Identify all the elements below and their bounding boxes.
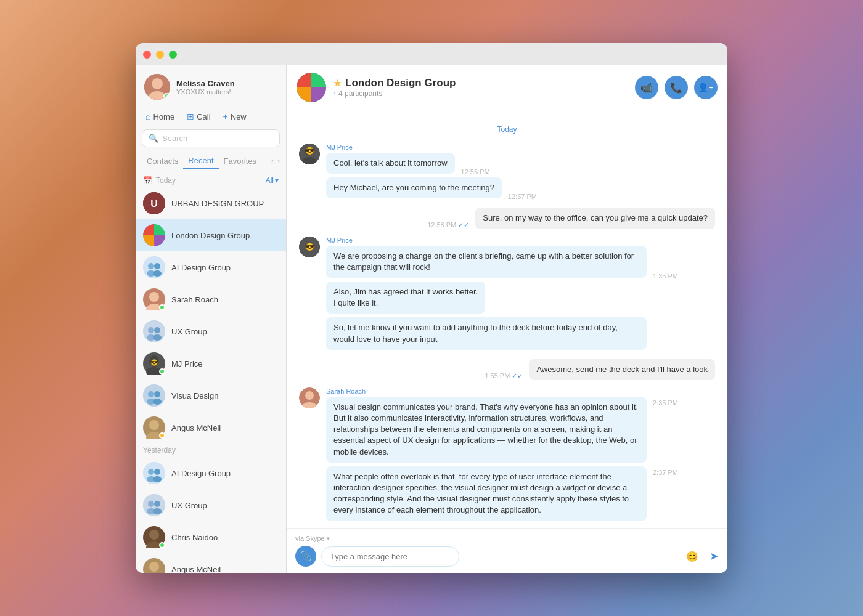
contact-item-ux[interactable]: UX Group <box>136 315 286 347</box>
nav-home[interactable]: ⌂ Home <box>141 108 179 124</box>
message-group-mj2: 😎 MJ Price We are proposing a change on … <box>299 237 715 352</box>
emoji-icon: 😊 <box>686 551 698 562</box>
msg-avatar-mj1: 😎 <box>299 144 320 164</box>
arrow-right-icon[interactable]: › <box>277 157 280 166</box>
msg-time-sent-1: 12:58 PM ✓✓ <box>427 221 469 229</box>
svg-marker-10 <box>154 235 165 246</box>
contact-avatar-angus <box>143 416 165 439</box>
attach-button[interactable]: 📎 <box>295 546 316 567</box>
contact-item-chris[interactable]: Chris Naidoo <box>136 521 286 553</box>
chat-header-info: ★ London Design Group › 4 participants <box>333 77 635 98</box>
contact-item-mj[interactable]: 😎 MJ Price <box>136 347 286 379</box>
message-input[interactable] <box>321 546 459 567</box>
contact-avatar-chris <box>143 526 165 548</box>
contact-avatar-london <box>143 224 165 246</box>
svg-point-13 <box>154 263 160 269</box>
contact-avatar-ux2 <box>143 494 165 516</box>
svg-text:😎: 😎 <box>305 146 314 155</box>
contact-avatar-sarah <box>143 288 165 310</box>
phone-icon: 📞 <box>670 82 682 94</box>
contact-item-angus2[interactable]: Angus McNeil <box>136 553 286 573</box>
nav-new[interactable]: + New <box>218 108 252 124</box>
contact-avatar-ai <box>143 256 165 278</box>
svg-point-15 <box>153 270 162 277</box>
calendar-icon: 📅 <box>143 176 152 185</box>
tab-contacts[interactable]: Contacts <box>142 154 183 168</box>
home-icon: ⌂ <box>145 111 150 121</box>
window-body: Melissa Craven YXOXUX matters! ⌂ Home ⊞ … <box>136 65 727 573</box>
paperclip-icon: 📎 <box>300 551 312 562</box>
video-icon: 📹 <box>640 82 653 94</box>
profile-status: YXOXUX matters! <box>176 88 277 95</box>
contact-item-ai[interactable]: AI Design Group <box>136 251 286 283</box>
video-call-button[interactable]: 📹 <box>635 76 658 99</box>
contact-name-london: London Design Group <box>171 231 250 240</box>
minimize-dot[interactable] <box>156 51 164 59</box>
contact-avatar-visua <box>143 384 165 407</box>
msg-bubble-2: Hey Michael, are you coming to the meeti… <box>326 177 502 198</box>
messages-area: Today 😎 MJ Price Cool, <box>287 110 727 528</box>
tab-favorites[interactable]: Favorites <box>219 154 261 168</box>
yesterday-label: Yesterday <box>143 446 176 455</box>
svg-point-67 <box>305 391 314 400</box>
search-label: Search <box>162 134 187 143</box>
svg-marker-58 <box>297 87 311 102</box>
sent-bubble-1: Sure, on my way to the office, can you g… <box>475 208 715 229</box>
star-icon: ★ <box>333 78 342 88</box>
today-section-header: 📅 Today All ▾ <box>136 174 286 187</box>
msg-content-mj1: MJ Price Cool, let's talk about it tomor… <box>326 144 715 200</box>
chat-header-name: ★ London Design Group <box>333 77 635 89</box>
msg-sender-sarah: Sarah Roach <box>326 387 715 395</box>
contact-name-sarah: Sarah Roach <box>171 295 218 304</box>
msg-sender-mj2: MJ Price <box>326 237 715 244</box>
svg-point-23 <box>153 334 162 341</box>
svg-point-1 <box>152 78 163 89</box>
contacts-tabs: Contacts Recent Favorites ‹ › <box>136 153 286 174</box>
profile-info: Melissa Craven YXOXUX matters! <box>176 79 277 95</box>
contact-name-ux2: UX Group <box>171 501 207 510</box>
msg-time-sent-2: 1:55 PM ✓✓ <box>485 372 523 380</box>
grid-icon: ⊞ <box>187 111 194 121</box>
msg-bubble-7: What people often overlook is that, for … <box>326 466 647 521</box>
svg-point-47 <box>153 508 162 514</box>
contact-item-sarah[interactable]: Sarah Roach <box>136 283 286 315</box>
status-dot-angus <box>159 432 165 439</box>
msg-bubble-4: Also, Jim has agreed that it works bette… <box>326 282 485 314</box>
all-button[interactable]: All ▾ <box>266 176 279 185</box>
contact-item-london[interactable]: London Design Group <box>136 219 286 251</box>
contact-name-chris: Chris Naidoo <box>171 533 218 542</box>
search-bar[interactable]: 🔍 Search <box>142 129 280 147</box>
svg-point-49 <box>149 530 159 540</box>
message-group-sarah: Sarah Roach Visual design communicates y… <box>299 387 715 523</box>
contact-item-angus[interactable]: Angus McNeil <box>136 411 286 444</box>
contact-item-urban[interactable]: U URBAN DESIGN GROUP <box>136 187 286 219</box>
tab-recent[interactable]: Recent <box>183 153 218 169</box>
avatar <box>144 74 170 100</box>
read-ticks-2: ✓✓ <box>512 372 523 379</box>
msg-bubble-6: Visual design communicates your brand. T… <box>326 397 647 463</box>
contact-name-ai2: AI Design Group <box>171 469 231 478</box>
svg-text:😎: 😎 <box>305 242 314 251</box>
contact-item-ux2[interactable]: UX Group <box>136 489 286 521</box>
svg-marker-7 <box>143 224 154 235</box>
nav-call[interactable]: ⊞ Call <box>182 108 215 124</box>
svg-marker-56 <box>297 73 311 87</box>
arrow-left-icon[interactable]: ‹ <box>271 157 274 166</box>
contact-avatar-angus2 <box>143 558 165 573</box>
maximize-dot[interactable] <box>169 51 177 59</box>
search-icon: 🔍 <box>149 134 158 143</box>
contact-name-angus: Angus McNeil <box>171 423 221 432</box>
close-dot[interactable] <box>143 51 151 59</box>
audio-call-button[interactable]: 📞 <box>665 76 688 99</box>
read-ticks-1: ✓✓ <box>458 221 469 229</box>
nav-call-label: Call <box>197 112 210 121</box>
send-button[interactable]: ➤ <box>710 549 719 563</box>
emoji-button[interactable]: 😊 <box>686 551 698 562</box>
sent-message-2: 1:55 PM ✓✓ Awesome, send me the deck and… <box>299 359 715 380</box>
add-participant-button[interactable]: 👤+ <box>694 76 718 99</box>
yesterday-section-header: Yesterday <box>136 444 286 457</box>
contact-item-visua[interactable]: Visua Design <box>136 379 286 411</box>
contact-item-ai2[interactable]: AI Design Group <box>136 457 286 489</box>
contact-avatar-mj: 😎 <box>143 352 165 375</box>
contact-list-today: U URBAN DESIGN GROUP <box>136 187 286 573</box>
